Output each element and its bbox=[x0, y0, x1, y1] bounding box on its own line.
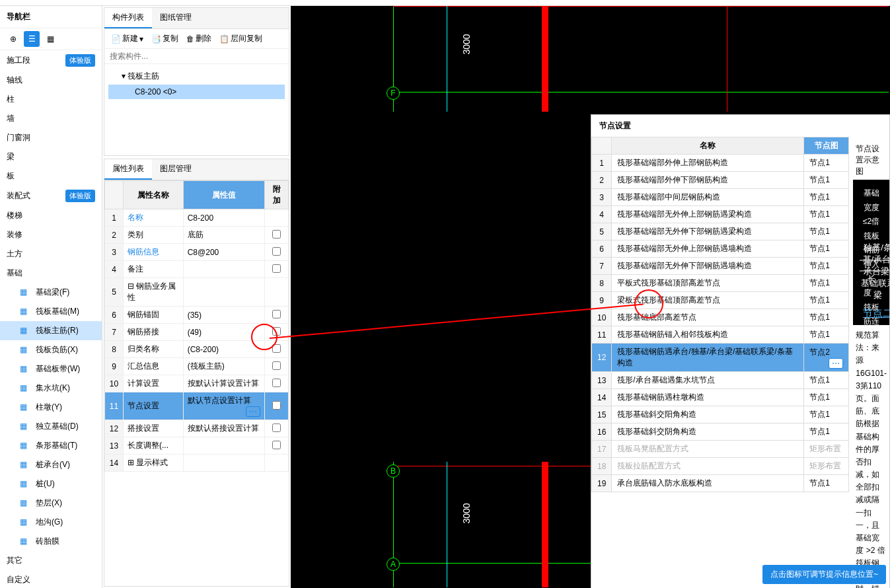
view-icon-grid[interactable]: ▦ bbox=[42, 31, 58, 47]
foundation-item[interactable]: ▦基础板带(W) bbox=[0, 359, 102, 379]
new-button[interactable]: 📄 新建 ▾ bbox=[108, 32, 146, 46]
property-row[interactable]: 8归类名称(C8-200) bbox=[105, 341, 289, 358]
nav-section[interactable]: 其它 bbox=[0, 551, 102, 570]
item-icon: ▦ bbox=[20, 383, 30, 394]
item-icon: ▦ bbox=[20, 498, 30, 509]
foundation-item[interactable]: ▦集水坑(K) bbox=[0, 379, 102, 398]
axis-b: B bbox=[387, 464, 400, 478]
property-row[interactable]: 1名称C8-200 bbox=[105, 209, 289, 227]
property-row[interactable]: 6钢筋锚固(35) bbox=[105, 307, 289, 324]
node-row[interactable]: 19承台底筋锚入防水底板构造节点1 bbox=[592, 475, 849, 492]
foundation-item[interactable]: ▦砖胎膜 bbox=[0, 532, 102, 551]
foundation-item[interactable]: ▦柱墩(Y) bbox=[0, 398, 102, 417]
item-icon: ▦ bbox=[20, 307, 30, 317]
item-icon: ▦ bbox=[20, 364, 30, 375]
foundation-item[interactable]: ▦筏板负筋(X) bbox=[0, 340, 102, 359]
view-icon-1[interactable]: ⊕ bbox=[5, 31, 21, 47]
node-row[interactable]: 13筏形/承台基础遇集水坑节点节点1 bbox=[592, 372, 849, 389]
item-icon: ▦ bbox=[20, 441, 30, 451]
cad-viewport[interactable]: 3000 F 3000 B A Y X 节点设置 bbox=[291, 6, 890, 588]
node-row[interactable]: 6筏形基础端部无外伸上部钢筋遇墙构造节点1 bbox=[592, 240, 849, 258]
col-extra: 附加 bbox=[265, 181, 289, 209]
foundation-item[interactable]: ▦筏板主筋(R) bbox=[0, 321, 102, 340]
property-row[interactable]: 12搭接设置按默认搭接设置计算 bbox=[105, 420, 289, 437]
node-link[interactable]: 节点二 bbox=[863, 307, 889, 318]
property-row[interactable]: 2类别底筋 bbox=[105, 227, 289, 244]
foundation-item[interactable]: ▦独立基础(D) bbox=[0, 417, 102, 436]
diagram-desc: 规范算法：来源16G101-3第110页。面筋、底筋根据基础构件的厚否扣减，如全… bbox=[853, 325, 889, 588]
foundation-item[interactable]: ▦桩(U) bbox=[0, 474, 102, 494]
node-row[interactable]: 17筏板马凳筋配置方式矩形布置 bbox=[592, 441, 849, 458]
axis-f: F bbox=[387, 87, 400, 100]
nav-section[interactable]: 板 bbox=[0, 166, 102, 186]
node-row[interactable]: 14筏形基础钢筋遇柱墩构造节点1 bbox=[592, 389, 849, 406]
tab-layers[interactable]: 图层管理 bbox=[152, 159, 200, 180]
node-row[interactable]: 9梁板式筏形基础顶部高差节点节点1 bbox=[592, 292, 849, 309]
property-row[interactable]: 3钢筋信息C8@200 bbox=[105, 244, 289, 261]
more-button[interactable]: ⋯ bbox=[829, 358, 843, 369]
node-row[interactable]: 11筏形基础钢筋锚入相邻筏板构造节点1 bbox=[592, 326, 849, 344]
nav-section[interactable]: 楼梯 bbox=[0, 206, 102, 225]
node-row[interactable]: 5筏形基础端部无外伸下部钢筋遇梁构造节点1 bbox=[592, 223, 849, 240]
property-row[interactable]: 9汇总信息(筏板主筋) bbox=[105, 358, 289, 375]
nav-section[interactable]: 施工段体验版 bbox=[0, 50, 102, 71]
view-icon-list[interactable]: ☰ bbox=[24, 31, 40, 47]
sidebar-title: 导航栏 bbox=[0, 6, 102, 28]
foundation-item[interactable]: ▦条形基础(T) bbox=[0, 436, 102, 455]
item-icon: ▦ bbox=[20, 287, 30, 298]
foundation-item[interactable]: ▦垫层(X) bbox=[0, 494, 102, 513]
node-row[interactable]: 1筏形基础端部外伸上部钢筋构造节点1 bbox=[592, 155, 849, 172]
node-row[interactable]: 2筏形基础端部外伸下部钢筋构造节点1 bbox=[592, 172, 849, 189]
floor-copy-button[interactable]: 📋 层间复制 bbox=[217, 32, 265, 46]
property-row[interactable]: 7钢筋搭接(49) bbox=[105, 324, 289, 341]
nav-section[interactable]: 梁 bbox=[0, 147, 102, 166]
item-icon: ▦ bbox=[20, 460, 30, 470]
nav-section[interactable]: 装修 bbox=[0, 225, 102, 244]
property-row[interactable]: 14⊞ 显示样式 bbox=[105, 455, 289, 472]
item-icon: ▦ bbox=[20, 479, 30, 490]
property-table: 属性名称 属性值 附加 1名称C8-2002类别底筋3钢筋信息C8@2004备注… bbox=[104, 180, 289, 472]
diagram-image: 基础宽度≤2倍筏板钢筋伸入长度， 筏板筋连续通过；否则按下图断开。 la la bbox=[853, 180, 889, 325]
node-row[interactable]: 12筏形基础钢筋遇承台/独基/承台梁/基础联系梁/条基构造节点2⋯ bbox=[592, 344, 849, 372]
nav-section[interactable]: 墙 bbox=[0, 109, 102, 128]
property-row[interactable]: 13长度调整(... bbox=[105, 437, 289, 455]
nav-section[interactable]: 轴线 bbox=[0, 71, 102, 90]
foundation-item[interactable]: ▦筏板基础(M) bbox=[0, 302, 102, 321]
col-value: 属性值 bbox=[183, 181, 264, 209]
copy-button[interactable]: 📑 复制 bbox=[149, 32, 181, 46]
node-row[interactable]: 18筏板拉筋配置方式矩形布置 bbox=[592, 458, 849, 475]
tab-properties[interactable]: 属性列表 bbox=[104, 159, 152, 180]
property-row[interactable]: 4备注 bbox=[105, 261, 289, 278]
property-row[interactable]: 11节点设置默认节点设置计算⋯ bbox=[105, 392, 289, 420]
info-toast[interactable]: 点击图标可调节提示信息位置~ bbox=[762, 565, 886, 584]
node-row[interactable]: 4筏形基础端部无外伸上部钢筋遇梁构造节点1 bbox=[592, 206, 849, 223]
nav-section[interactable]: 土方 bbox=[0, 244, 102, 264]
search-input[interactable] bbox=[104, 49, 289, 64]
tab-drawing-mgmt[interactable]: 图纸管理 bbox=[152, 8, 200, 28]
nav-section[interactable]: 装配式体验版 bbox=[0, 186, 102, 206]
node-row[interactable]: 15筏形基础斜交阳角构造节点1 bbox=[592, 406, 849, 423]
node-row[interactable]: 7筏形基础端部无外伸下部钢筋遇墙构造节点1 bbox=[592, 258, 849, 275]
item-icon: ▦ bbox=[20, 536, 30, 547]
delete-button[interactable]: 🗑 删除 bbox=[184, 32, 214, 46]
nav-section[interactable]: 门窗洞 bbox=[0, 128, 102, 147]
more-button[interactable]: ⋯ bbox=[246, 406, 260, 417]
node-settings-dialog: 节点设置 名称 节点图 1筏形基础端部外伸上部钢筋构造节点12筏形基础端部外伸下… bbox=[591, 114, 890, 588]
nav-section[interactable]: 自定义 bbox=[0, 570, 102, 588]
nav-section[interactable]: 基础 bbox=[0, 264, 102, 283]
property-row[interactable]: 10计算设置按默认计算设置计算 bbox=[105, 375, 289, 392]
node-row[interactable]: 10筏形基础底部高差节点节点1 bbox=[592, 309, 849, 326]
tree-child[interactable]: C8-200 <0> bbox=[108, 85, 285, 99]
foundation-item[interactable]: ▦桩承台(V) bbox=[0, 455, 102, 474]
property-row[interactable]: 5⊟ 钢筋业务属性 bbox=[105, 278, 289, 307]
foundation-item[interactable]: ▦基础梁(F) bbox=[0, 283, 102, 302]
item-icon: ▦ bbox=[20, 517, 30, 528]
node-row[interactable]: 16筏形基础斜交阴角构造节点1 bbox=[592, 423, 849, 441]
nav-section[interactable]: 柱 bbox=[0, 90, 102, 109]
node-row[interactable]: 3筏形基础端部中间层钢筋构造节点1 bbox=[592, 189, 849, 206]
foundation-item[interactable]: ▦地沟(G) bbox=[0, 513, 102, 532]
col-node: 节点图 bbox=[804, 137, 849, 155]
tab-component-list[interactable]: 构件列表 bbox=[104, 8, 152, 28]
node-row[interactable]: 8平板式筏形基础顶部高差节点节点1 bbox=[592, 275, 849, 292]
tree-parent[interactable]: ▾ 筏板主筋 bbox=[108, 68, 285, 85]
